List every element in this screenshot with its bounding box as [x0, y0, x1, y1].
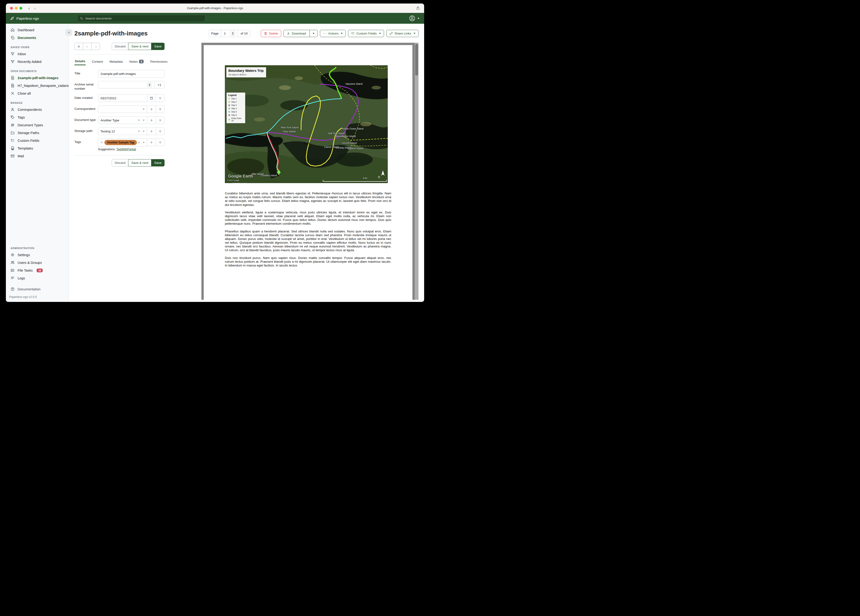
sidebar-item-settings[interactable]: Settings — [6, 251, 69, 259]
paw-icon — [228, 101, 230, 103]
tab-metadata[interactable]: Metadata — [109, 58, 123, 65]
preview-scrollbar[interactable] — [415, 43, 419, 300]
tag-suggestion-link[interactable]: TagWithPartial — [116, 148, 136, 151]
tab-details[interactable]: Details — [74, 58, 86, 65]
storage-select[interactable]: Testing 12 ✕ — [98, 127, 147, 135]
sidebar-item-label: Inbox — [17, 52, 26, 56]
map-label: Half Dog Island — [328, 132, 345, 135]
sidebar-open-doc-1[interactable]: 2sample-pdf-with-images — [6, 74, 69, 82]
zoom-window-button[interactable] — [19, 7, 22, 9]
sidebar-open-doc-2[interactable]: H7_Napoleon_Bonaparte_zadanie — [6, 82, 69, 90]
tag-chip[interactable]: Another Sample Tag — [104, 140, 137, 145]
calendar-button[interactable] — [147, 94, 156, 102]
sidebar-item-document-types[interactable]: Document Types — [6, 121, 69, 129]
save-button[interactable]: Save — [151, 159, 165, 167]
custom-fields-label: Custom Fields — [356, 32, 377, 35]
browser-forward-icon[interactable]: › — [34, 6, 35, 10]
actions-button[interactable]: Actions — [320, 30, 346, 37]
asn-input[interactable] — [100, 83, 146, 86]
user-menu[interactable] — [409, 15, 419, 21]
clear-storage-icon[interactable]: ✕ — [138, 130, 140, 133]
storage-filter-button[interactable] — [155, 127, 165, 135]
preview-scrollbar-thumb[interactable] — [415, 44, 418, 75]
map-copyright: © 2017 Google — [227, 179, 239, 181]
sidebar-item-documents[interactable]: Documents — [6, 34, 69, 42]
title-input[interactable] — [100, 72, 162, 75]
page-navigation: Page of 10 — [209, 30, 251, 37]
tab-notes[interactable]: Notes1 — [129, 58, 144, 65]
add-storage-button[interactable] — [147, 127, 156, 135]
map-label: Indian Grave Island — [342, 127, 363, 130]
sidebar-item-close-all[interactable]: Close all — [6, 90, 69, 97]
delete-button[interactable]: Delete — [261, 30, 281, 37]
save-next-button[interactable]: Save & next — [128, 159, 151, 167]
browser-back-icon[interactable]: ‹ — [28, 6, 30, 10]
save-button[interactable]: Save — [151, 43, 165, 50]
sidebar-item-templates[interactable]: Templates — [6, 145, 69, 152]
asn-stepper[interactable] — [147, 82, 152, 88]
list-check-icon — [11, 268, 14, 272]
discard-button[interactable]: Discard — [112, 43, 129, 50]
sidebar-item-custom-fields[interactable]: Custom Fields — [6, 137, 69, 145]
page-number-input[interactable] — [224, 32, 229, 35]
sidebar-item-recently-added[interactable]: Recently Added — [6, 58, 69, 66]
sidebar-item-dashboard[interactable]: Dashboard — [6, 26, 69, 34]
sidebar-item-tags[interactable]: Tags — [6, 113, 69, 121]
chevron-down-icon — [414, 33, 416, 34]
correspondent-select[interactable] — [98, 105, 147, 113]
add-correspondent-button[interactable] — [147, 105, 156, 113]
satellite-map-image — [225, 65, 388, 183]
minimize-window-button[interactable] — [15, 7, 17, 9]
close-document-button[interactable]: ✕ — [74, 43, 83, 50]
download-dropdown-toggle[interactable] — [309, 30, 314, 37]
page-stepper[interactable] — [231, 31, 235, 36]
app-brand[interactable]: Paperless-ngx — [6, 16, 69, 20]
clear-doctype-icon[interactable]: ✕ — [138, 119, 140, 122]
share-icon[interactable] — [416, 6, 420, 10]
search-bar[interactable] — [77, 15, 206, 22]
plus-icon — [150, 119, 153, 122]
paw-icon — [228, 114, 230, 116]
sidebar-item-label: Tags — [17, 115, 25, 119]
sidebar-item-documentation[interactable]: Documentation — [6, 285, 69, 293]
sidebar-item-storage-paths[interactable]: Storage Paths — [6, 129, 69, 137]
tags-filter-button[interactable] — [155, 138, 165, 146]
sidebar-item-inbox[interactable]: Inbox — [6, 50, 69, 58]
date-created-input[interactable] — [100, 96, 144, 100]
discard-button[interactable]: Discard — [112, 159, 129, 167]
date-filter-button[interactable] — [155, 94, 165, 102]
share-links-button[interactable]: Share Links — [386, 30, 419, 37]
next-document-button[interactable]: → — [91, 43, 100, 50]
open-documents-heading: OPEN DOCUMENTS — [11, 70, 64, 72]
close-window-button[interactable] — [10, 7, 13, 9]
download-label: Download — [292, 32, 306, 35]
clear-tags-icon[interactable]: ✕ — [138, 141, 140, 144]
sidebar-item-mail[interactable]: Mail — [6, 152, 69, 160]
title-field-label: Title — [74, 70, 98, 77]
doctype-select[interactable]: Another Type ✕ — [98, 116, 147, 124]
asn-plus-one-button[interactable]: +1 — [154, 81, 165, 88]
download-button[interactable]: Download — [284, 30, 318, 37]
add-doctype-button[interactable] — [147, 116, 156, 124]
sidebar-item-logs[interactable]: Logs — [6, 274, 69, 282]
sidebar: Dashboard Documents SAVED VIEWS Inbox Re… — [6, 24, 69, 302]
remove-tag-icon[interactable]: ✕ — [100, 141, 103, 144]
previous-document-button[interactable]: ← — [83, 43, 91, 50]
add-tag-button[interactable] — [147, 138, 156, 146]
tab-permissions[interactable]: Permissions — [150, 58, 168, 65]
sidebar-item-file-tasks[interactable]: File Tasks 16 — [6, 266, 69, 274]
tab-content[interactable]: Content — [91, 58, 103, 65]
correspondent-filter-button[interactable] — [155, 105, 165, 113]
template-icon — [11, 146, 14, 150]
sidebar-item-correspondents[interactable]: Correspondents — [6, 106, 69, 113]
search-input[interactable] — [85, 17, 203, 20]
sidebar-collapse-button[interactable] — [65, 29, 72, 36]
save-next-button[interactable]: Save & next — [128, 43, 151, 50]
document-editor: ✕ ← → Discard Save & next Save Details — [74, 43, 165, 300]
sidebar-item-users-groups[interactable]: Users & Groups — [6, 259, 69, 266]
doctype-filter-button[interactable] — [155, 116, 165, 124]
custom-fields-button[interactable]: Custom Fields — [348, 30, 384, 37]
tags-select[interactable]: ✕ Another Sample Tag ✕ — [98, 138, 147, 146]
manage-heading: MANAGE — [11, 101, 64, 104]
sidebar-item-label: 2sample-pdf-with-images — [17, 76, 58, 80]
